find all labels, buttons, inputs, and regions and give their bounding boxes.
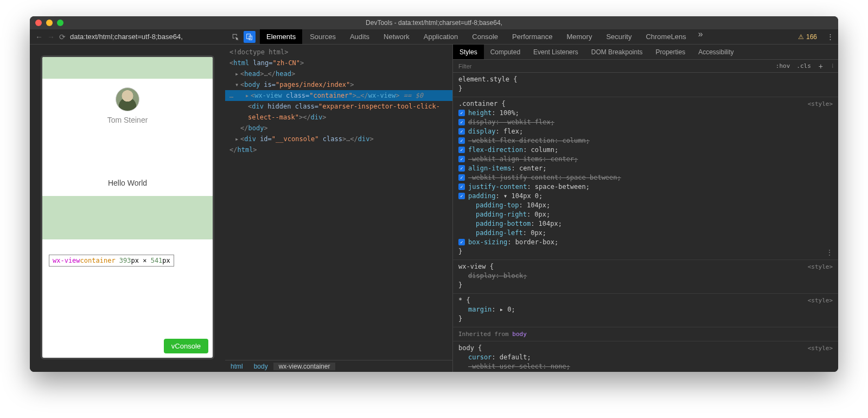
tab-console[interactable]: Console <box>465 29 505 44</box>
dom-line[interactable]: select--mask"></div> <box>225 112 452 123</box>
dom-line[interactable]: </html> <box>225 144 452 155</box>
crumb-html[interactable]: html <box>225 363 248 370</box>
subtab-styles[interactable]: Styles <box>453 45 484 59</box>
css-property[interactable]: ✓-webkit-align-items: center; <box>458 155 833 164</box>
minimize-icon[interactable] <box>46 20 53 26</box>
dom-line[interactable]: <div hidden class="exparser-inspector-to… <box>225 101 452 112</box>
css-property[interactable]: cursor: default; <box>458 353 833 362</box>
checkbox-icon[interactable]: ✓ <box>458 128 465 135</box>
preview-body: Tom Steiner Hello World <box>42 79 213 196</box>
checkbox-icon[interactable]: ✓ <box>458 119 465 125</box>
tab-sources[interactable]: Sources <box>303 29 342 44</box>
rule-source[interactable]: <style> <box>808 296 833 305</box>
back-icon[interactable]: ← <box>35 33 43 41</box>
tab-security[interactable]: Security <box>599 29 638 44</box>
warning-count: 166 <box>806 33 817 41</box>
dom-line[interactable]: <!doctype html> <box>225 47 452 58</box>
warning-icon: ⚠ <box>798 33 804 41</box>
css-property[interactable]: ✓padding: ▾ 104px 0; <box>458 192 833 201</box>
maximize-icon[interactable] <box>57 20 63 26</box>
checkbox-icon[interactable]: ✓ <box>458 147 465 153</box>
checkbox-icon[interactable]: ✓ <box>458 183 465 190</box>
tooltip-tag: wx-view <box>53 257 80 264</box>
rule-wxview[interactable]: <style> wx-view { display: block; } <box>453 260 838 294</box>
crumb-body[interactable]: body <box>248 363 273 370</box>
hello-wrap: Hello World <box>42 179 213 187</box>
filter-input[interactable] <box>453 63 773 69</box>
dom-line[interactable]: </body> <box>225 123 452 134</box>
css-property[interactable]: padding-bottom: 104px; <box>458 219 833 229</box>
subtab-dombreakpoints[interactable]: DOM Breakpoints <box>585 45 649 59</box>
checkbox-icon[interactable]: ✓ <box>458 137 465 144</box>
vbar-icon[interactable]: ⁞ <box>827 62 838 69</box>
settings-kebab-icon[interactable]: ⋮ <box>822 33 838 41</box>
rule-element-style[interactable]: element.style { } <box>453 73 838 97</box>
css-property[interactable]: padding-left: 0px; <box>458 229 833 238</box>
subtab-accessibility[interactable]: Accessibility <box>692 45 740 59</box>
css-property[interactable]: ✓display: -webkit-flex; <box>458 118 833 127</box>
rule-body[interactable]: <style> body { cursor: default;-webkit-u… <box>453 341 838 372</box>
elements-pane: <!doctype html> <html lang="zh-CN"> ▸<he… <box>225 45 453 372</box>
preview-green-band <box>42 196 213 239</box>
css-property[interactable]: ✓height: 100%; <box>458 109 833 118</box>
css-property[interactable]: ✓justify-content: space-between; <box>458 182 833 192</box>
css-property[interactable]: user-select: none; <box>458 371 833 372</box>
hov-button[interactable]: :hov <box>773 62 794 69</box>
dom-line[interactable]: ▾<body is="pages/index/index"> <box>225 79 452 90</box>
checkbox-icon[interactable]: ✓ <box>458 193 465 199</box>
checkbox-icon[interactable]: ✓ <box>458 110 465 116</box>
subtab-eventlisteners[interactable]: Event Listeners <box>527 45 585 59</box>
css-property[interactable]: -webkit-user-select: none; <box>458 362 833 371</box>
checkbox-icon[interactable]: ✓ <box>458 165 465 172</box>
tab-memory[interactable]: Memory <box>560 29 598 44</box>
inspect-icon[interactable] <box>229 31 241 43</box>
dom-tree[interactable]: <!doctype html> <html lang="zh-CN"> ▸<he… <box>225 45 452 360</box>
css-property[interactable]: ✓box-sizing: border-box; <box>458 238 833 247</box>
css-property[interactable]: padding-top: 104px; <box>458 201 833 210</box>
preview-header-bar <box>42 57 213 79</box>
rule-kebab-icon[interactable]: ⋮ <box>826 248 833 257</box>
rule-container[interactable]: <style> .container { ✓height: 100%;✓disp… <box>453 97 838 260</box>
device-preview-pane: Tom Steiner Hello World wx-viewcontainer… <box>30 45 225 372</box>
vconsole-button[interactable]: vConsole <box>164 339 208 353</box>
checkbox-icon[interactable]: ✓ <box>458 156 465 162</box>
dom-line-selected[interactable]: … ▸<wx-view class="container">…</wx-view… <box>225 90 452 101</box>
inspect-tooltip: wx-viewcontainer 393px × 541px <box>49 255 174 267</box>
rule-source[interactable]: <style> <box>808 99 833 109</box>
css-property[interactable]: ✓-webkit-flex-direction: column; <box>458 136 833 145</box>
tab-performance[interactable]: Performance <box>506 29 559 44</box>
rule-source[interactable]: <style> <box>808 344 833 353</box>
css-property[interactable]: ✓flex-direction: column; <box>458 145 833 155</box>
subtab-properties[interactable]: Properties <box>649 45 692 59</box>
css-property[interactable]: margin: ▸ 0; <box>458 305 833 314</box>
cls-button[interactable]: .cls <box>793 62 814 69</box>
rule-star[interactable]: <style> * { margin: ▸ 0; } <box>453 294 838 327</box>
tab-network[interactable]: Network <box>377 29 416 44</box>
device-toggle-icon[interactable] <box>244 31 256 43</box>
tab-application[interactable]: Application <box>417 29 465 44</box>
styles-body[interactable]: element.style { } <style> .container { ✓… <box>453 73 838 372</box>
forward-icon[interactable]: → <box>47 33 55 41</box>
dom-line[interactable]: ▸<div id="__vconsole" class>…</div> <box>225 134 452 144</box>
tab-audits[interactable]: Audits <box>343 29 376 44</box>
url-bar[interactable]: data:text/html;charset=utf-8;base64, <box>70 33 183 41</box>
rule-source[interactable]: <style> <box>808 262 833 271</box>
warnings-badge[interactable]: ⚠ 166 <box>798 33 822 41</box>
css-property[interactable]: ✓display: flex; <box>458 127 833 136</box>
add-rule-icon[interactable]: + <box>814 62 827 71</box>
tab-elements[interactable]: Elements <box>260 29 302 44</box>
more-tabs-icon[interactable]: » <box>694 29 707 44</box>
css-property[interactable]: display: block; <box>458 271 833 281</box>
subtab-computed[interactable]: Computed <box>484 45 527 59</box>
crumb-wxview[interactable]: wx-view.container <box>273 363 336 370</box>
checkbox-icon[interactable]: ✓ <box>458 174 465 181</box>
css-property[interactable]: ✓align-items: center; <box>458 164 833 173</box>
reload-icon[interactable]: ⟳ <box>59 33 66 41</box>
close-icon[interactable] <box>35 20 42 26</box>
css-property[interactable]: ✓-webkit-justify-content: space-between; <box>458 173 833 182</box>
tab-chromelens[interactable]: ChromeLens <box>639 29 692 44</box>
checkbox-icon[interactable]: ✓ <box>458 239 465 245</box>
dom-line[interactable]: <html lang="zh-CN"> <box>225 58 452 68</box>
css-property[interactable]: padding-right: 0px; <box>458 210 833 219</box>
dom-line[interactable]: ▸<head>…</head> <box>225 68 452 79</box>
